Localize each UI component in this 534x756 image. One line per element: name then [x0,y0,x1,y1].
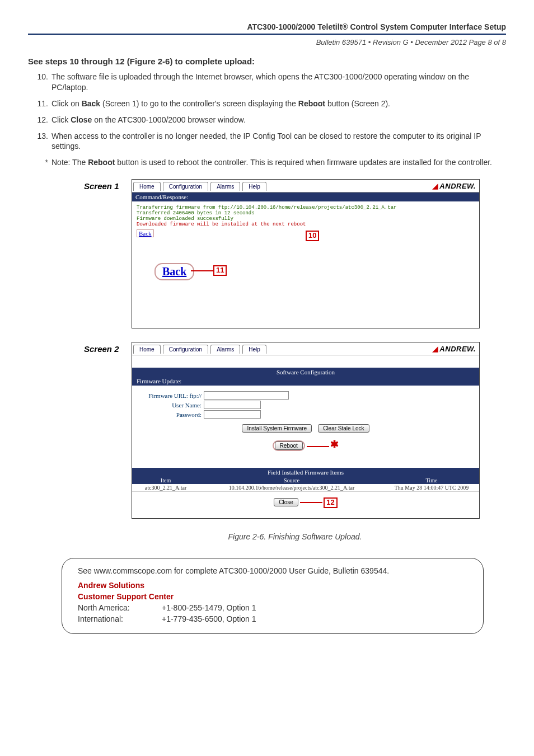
reboot-button[interactable]: Reboot [275,442,303,450]
cell-source: 10.104.200.16/home/release/projects/atc3… [199,484,384,491]
doc-header-title: ATC300-1000/2000 Teletilt® Control Syste… [28,22,506,34]
button-row-1: Install System Firmware Clear Stale Lock [140,424,471,433]
log-line: Transferring firmware from ftp://10.104.… [137,205,475,210]
note: * Note: The Reboot button is used to reb… [28,157,506,168]
install-firmware-button[interactable]: Install System Firmware [242,424,312,433]
footer-intl-label: International: [78,614,162,623]
pass-row: Password: [140,410,471,419]
screen-2-label: Screen 2 [84,342,132,354]
nav-home[interactable]: Home [133,182,161,191]
callout-11: 11 [213,265,227,275]
nav-config[interactable]: Configuration [163,345,208,354]
text: button (Screen 2). [325,99,390,108]
step-body: The software file is uploaded through th… [51,72,506,93]
user-label: User Name: [140,402,204,408]
back-bold: Back [82,99,100,108]
col-item: Item [132,477,199,484]
field-installed-bar: Field Installed Firmware Items [132,468,479,477]
close-row: Close 12 [132,492,479,518]
note-star: * [28,157,51,168]
nav-alarms[interactable]: Alarms [210,345,240,354]
text: button is used to reboot the controller.… [115,158,492,167]
footer-na-value: +1-800-255-1479, Option 1 [162,603,256,612]
callout-10: 10 [306,231,319,241]
nav-tabs: Home Configuration Alarms Help [132,344,268,354]
header-rule [28,34,506,35]
footer-na-label: North America: [78,603,162,612]
back-link-small[interactable]: Back [137,229,154,237]
note-body: Note: The Reboot button is used to reboo… [51,157,506,168]
footer-intl-value: +1-779-435-6500, Option 1 [162,614,256,623]
software-config-bar: Software Configuration [132,368,479,377]
screen-1-body: Transferring firmware from ftp://10.104.… [132,201,479,328]
footer-box: See www.commscope.com for complete ATC30… [62,558,484,634]
step-number: 11. [28,98,51,109]
andrew-logo: ◢ANDREW. [432,181,479,190]
fw-url-row: Firmware URL: ftp:// [140,391,471,400]
step-number: 13. [28,131,51,152]
log-line: Firmware downloaded successfully [137,216,475,222]
logo-text: ANDREW. [439,345,479,353]
nav-home[interactable]: Home [133,345,161,354]
fw-table-row: atc300_2.21_A.tar 10.104.200.16/home/rel… [132,484,479,492]
col-source: Source [199,477,384,484]
screen-1-row: Screen 1 Home Configuration Alarms Help … [84,179,506,328]
footer-guide-line: See www.commscope.com for complete ATC30… [78,566,467,575]
user-input[interactable] [204,401,261,409]
figure-2-6: Screen 1 Home Configuration Alarms Help … [84,179,506,541]
command-response-bar: Command/Response: [132,192,479,201]
step-body: Click on Back (Screen 1) to go to the co… [51,98,506,109]
footer-csc: Customer Support Center [78,592,467,601]
fw-url-label: Firmware URL: ftp:// [140,392,204,399]
reboot-bold: Reboot [88,158,115,167]
screen-2-body: Software Configuration Firmware Update: … [132,355,479,518]
pass-label: Password: [140,411,204,418]
nav-tabs: Home Configuration Alarms Help [132,181,268,191]
nav-config[interactable]: Configuration [163,182,208,191]
figure-caption: Figure 2-6. Finishing Software Upload. [84,532,506,541]
reboot-highlight: Reboot [273,440,305,451]
pass-input[interactable] [204,410,261,419]
screen-2-row: Screen 2 Home Configuration Alarms Help … [84,342,506,518]
clear-stale-lock-button[interactable]: Clear Stale Lock [318,424,369,433]
back-link-big[interactable]: Back [154,263,194,280]
steps-list: 10. The software file is uploaded throug… [28,72,506,152]
log-line-red: Downloaded firmware will be installed at… [137,222,475,227]
screen-2-box: Home Configuration Alarms Help ◢ANDREW. … [132,342,480,518]
star-icon: ✱ [330,439,339,450]
firmware-form: Firmware URL: ftp:// User Name: Password… [132,386,479,468]
text: Click [51,115,71,124]
logo-swoosh-icon: ◢ [432,181,439,190]
step-body: When access to the controller is no long… [51,131,506,152]
nav-bar: Home Configuration Alarms Help ◢ANDREW. [132,342,479,355]
reboot-bold: Reboot [298,99,325,108]
section-heading: See steps 10 through 12 (Figure 2-6) to … [28,57,506,66]
col-time: Time [384,477,479,484]
text: (Screen 1) to go to the controller's scr… [100,99,298,108]
screen-1-box: Home Configuration Alarms Help ◢ANDREW. … [132,179,480,328]
callout-line [191,270,213,271]
nav-bar: Home Configuration Alarms Help ◢ANDREW. [132,180,479,192]
callout-line [300,502,322,503]
footer-na: North America: +1-800-255-1479, Option 1 [78,603,467,612]
step-10: 10. The software file is uploaded throug… [28,72,506,93]
cell-time: Thu May 28 14:00:47 UTC 2009 [384,484,479,491]
nav-help[interactable]: Help [242,182,266,191]
step-number: 10. [28,72,51,93]
step-number: 12. [28,115,51,125]
nav-alarms[interactable]: Alarms [210,182,240,191]
logo-swoosh-icon: ◢ [432,344,439,353]
callout-12: 12 [324,497,337,508]
firmware-update-bar: Firmware Update: [132,377,479,386]
user-row: User Name: [140,401,471,409]
nav-help[interactable]: Help [242,345,266,354]
button-row-2: Reboot ✱ [140,438,471,451]
footer-andrew: Andrew Solutions [78,581,467,590]
step-11: 11. Click on Back (Screen 1) to go to th… [28,98,506,109]
close-button[interactable]: Close [274,498,298,506]
footer-intl: International: +1-779-435-6500, Option 1 [78,614,467,623]
fw-url-input[interactable] [204,391,289,400]
log-line: Transferred 2406400 bytes in 12 seconds [137,210,475,216]
step-body: Click Close on the ATC300-1000/2000 brow… [51,115,506,125]
andrew-logo: ◢ANDREW. [432,344,479,353]
